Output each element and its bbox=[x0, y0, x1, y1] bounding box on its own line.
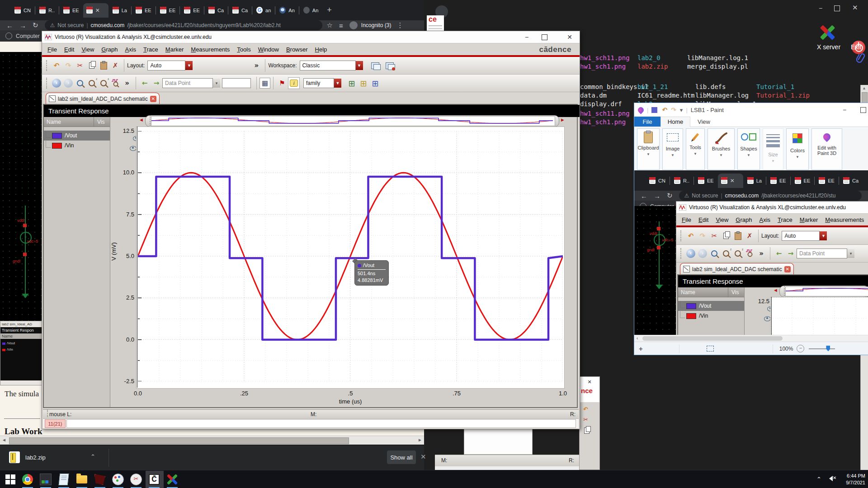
workspace-dropdown-icon[interactable]: ▼ bbox=[356, 61, 363, 70]
browser-tab[interactable]: EE bbox=[60, 3, 82, 18]
menu-tools[interactable]: Tools bbox=[237, 46, 250, 53]
xserver-icon[interactable] bbox=[819, 25, 836, 40]
browser-tab[interactable]: EE bbox=[181, 3, 203, 18]
overview-strip[interactable] bbox=[145, 115, 559, 127]
taskbar-cadence-icon[interactable]: C̄ bbox=[148, 474, 160, 485]
copy-button[interactable] bbox=[86, 60, 98, 71]
paint-tab-file[interactable]: File bbox=[634, 117, 660, 127]
ribbon-edit-paint3d[interactable]: Edit with Paint 3D bbox=[811, 128, 842, 170]
taskbar-snipping-icon[interactable]: ✂ bbox=[130, 474, 142, 485]
paste-button[interactable] bbox=[98, 60, 109, 71]
paint-undo-icon[interactable] bbox=[662, 106, 667, 113]
new-tab-button[interactable]: + bbox=[327, 5, 332, 15]
next-view-button[interactable]: › bbox=[62, 77, 74, 89]
address-bar[interactable]: ⚠ Not secure | cmosedu.com/jbaker/course… bbox=[45, 20, 322, 30]
toolbar-overflow-icon[interactable] bbox=[250, 60, 262, 71]
legend-row-vout[interactable]: /Vout bbox=[44, 131, 110, 141]
ribbon-shapes[interactable]: Shapes▼ bbox=[737, 128, 760, 170]
label-note-button[interactable]: i bbox=[288, 77, 300, 89]
horizontal-scrollbar[interactable]: ◄ ► bbox=[0, 436, 424, 445]
layout-dropdown-icon[interactable]: ▼ bbox=[185, 61, 193, 70]
datapoint-dropdown-icon[interactable]: ▾ bbox=[213, 79, 220, 88]
ribbon-size[interactable]: Size▼ bbox=[763, 128, 783, 170]
virtuoso-title-bar[interactable]: Virtuoso (R) Visualization & Analysis XL… bbox=[42, 31, 580, 43]
browser-tab[interactable]: EE bbox=[132, 3, 155, 18]
reading-list-icon[interactable]: ≡ bbox=[339, 22, 343, 29]
taskbar-chrome-icon[interactable] bbox=[22, 474, 33, 485]
scroll-left-icon[interactable]: ◄ bbox=[2, 437, 6, 442]
ribbon-clipboard[interactable]: Clipboard▼ bbox=[637, 128, 660, 170]
browser-tab[interactable]: An bbox=[300, 3, 321, 18]
split-view-button[interactable] bbox=[358, 77, 369, 89]
browser-menu-icon[interactable]: ⋮ bbox=[397, 21, 404, 29]
browser-tab[interactable]: R.. bbox=[36, 3, 58, 18]
zoom-in-button[interactable]: ² bbox=[86, 77, 98, 89]
browser-tab[interactable]: CN bbox=[11, 3, 34, 18]
bookmark-item[interactable]: Computer bbox=[16, 33, 40, 39]
remote-close-icon[interactable]: ✕ bbox=[852, 4, 858, 12]
family-select[interactable]: family bbox=[303, 78, 334, 88]
volume-muted-icon[interactable]: ✕ bbox=[829, 475, 836, 482]
undo-button[interactable] bbox=[51, 60, 62, 71]
back-icon[interactable]: ← bbox=[6, 22, 13, 29]
menu-marker[interactable]: Marker bbox=[165, 46, 184, 53]
menu-axis[interactable]: Axis bbox=[125, 46, 136, 53]
downloads-close-icon[interactable]: ✕ bbox=[420, 453, 426, 461]
paint-redo-icon[interactable] bbox=[671, 106, 676, 113]
scroll-right-icon[interactable]: ► bbox=[418, 437, 422, 442]
menu-graph[interactable]: Graph bbox=[101, 46, 118, 53]
ribbon-colors[interactable]: Colors▼ bbox=[786, 128, 809, 170]
incognito-avatar-icon[interactable] bbox=[349, 21, 358, 29]
remote-minimize-button[interactable]: − bbox=[813, 4, 828, 13]
tab-close-icon[interactable]: ✕ bbox=[95, 7, 100, 14]
taskbar-paint-icon[interactable] bbox=[112, 474, 124, 485]
remote-restore-button[interactable] bbox=[834, 5, 840, 11]
scroll-up-icon[interactable]: ▲ bbox=[862, 86, 866, 90]
legend-row-vin[interactable]: /Vin bbox=[44, 141, 110, 150]
datapoint-value-input[interactable] bbox=[222, 78, 251, 88]
browser-tab-active[interactable]: ✕ bbox=[83, 3, 108, 18]
menu-view[interactable]: View bbox=[81, 46, 94, 53]
next-point-button[interactable] bbox=[151, 77, 162, 89]
paint-tab-view[interactable]: View bbox=[690, 117, 717, 127]
calculator-button[interactable] bbox=[259, 78, 270, 89]
toolbar-overflow-icon[interactable] bbox=[121, 77, 133, 89]
flag-marker-button[interactable] bbox=[276, 77, 288, 89]
zoom-out-button[interactable]: ² bbox=[98, 77, 109, 89]
delete-workspace-icon[interactable] bbox=[384, 60, 396, 71]
document-tab-close-icon[interactable]: ✕ bbox=[150, 96, 156, 102]
menu-window[interactable]: Window bbox=[258, 46, 279, 53]
paint-title-bar[interactable]: | | LSB1 - Paint − bbox=[634, 103, 868, 117]
taskbar-explorer-icon[interactable] bbox=[76, 474, 88, 485]
tray-show-hidden-icon[interactable]: ⌃ bbox=[816, 476, 821, 483]
show-all-button[interactable]: Show all bbox=[387, 450, 416, 464]
cut-button[interactable] bbox=[74, 60, 86, 71]
overview-right-icon[interactable]: ► bbox=[560, 117, 565, 122]
taskbar-xserver-icon[interactable] bbox=[166, 474, 178, 485]
menu-help[interactable]: Help bbox=[315, 46, 327, 53]
taskbar-terminal-icon[interactable] bbox=[40, 474, 52, 485]
browser-tab[interactable]: Ca bbox=[205, 3, 227, 18]
maximize-button[interactable] bbox=[542, 34, 547, 40]
zoom-out-icon[interactable]: − bbox=[797, 345, 804, 352]
minimize-button[interactable]: − bbox=[519, 33, 534, 42]
datapoint-select[interactable]: Data Point bbox=[162, 78, 213, 88]
document-tab[interactable]: lab2 sim_Ideal_ADC_DAC schematic ✕ bbox=[46, 93, 160, 104]
zoom-slider-handle[interactable] bbox=[826, 346, 830, 352]
zoom-waveform-button[interactable] bbox=[109, 77, 121, 89]
browser-tab[interactable]: EE bbox=[157, 3, 179, 18]
layout-view-button[interactable] bbox=[369, 77, 381, 89]
browser-tab[interactable]: Gan bbox=[253, 3, 274, 18]
ribbon-tools[interactable]: Tools▼ bbox=[686, 128, 705, 170]
quickbar-dropdown-icon[interactable] bbox=[680, 107, 683, 113]
workspace-select[interactable]: Classic bbox=[300, 61, 356, 70]
taskbar-clock[interactable]: 6:44 PM 9/7/2021 bbox=[842, 473, 865, 486]
taskbar-vnc-icon[interactable] bbox=[94, 474, 106, 485]
ribbon-brushes[interactable]: Brushes▼ bbox=[708, 128, 735, 170]
download-expand-icon[interactable]: ⌃ bbox=[90, 453, 95, 460]
menu-measurements[interactable]: Measurements bbox=[191, 46, 230, 53]
browser-tab[interactable]: La bbox=[109, 3, 130, 18]
forward-icon[interactable]: → bbox=[19, 22, 26, 29]
paint-canvas-image[interactable]: CN R.. EE ✕ La EE EE EE Ca ←→↻ ⚠Not secu… bbox=[634, 170, 868, 335]
family-dropdown-icon[interactable]: ▼ bbox=[334, 79, 341, 88]
